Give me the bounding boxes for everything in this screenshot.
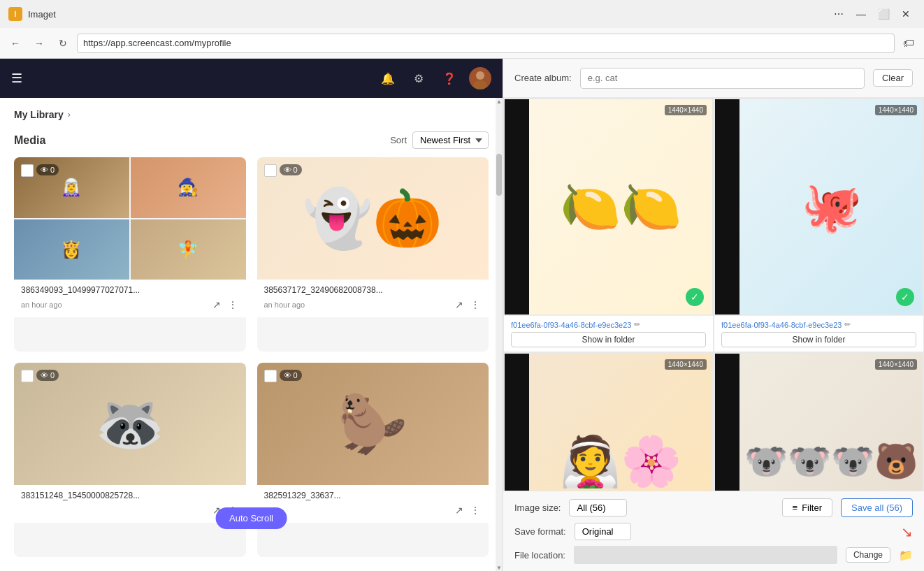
bottom-controls: Image size: All (56) Small Medium Large … bbox=[503, 491, 924, 571]
address-bar: ← → ↻ 🏷 bbox=[0, 28, 924, 59]
card-name: 385637172_32490682008738... bbox=[264, 285, 482, 295]
scroll-track: ▲ ▼ bbox=[496, 98, 503, 571]
title-bar: I Imaget ⋯ — ⬜ ✕ bbox=[0, 0, 924, 28]
image-cell[interactable]: 1440×1440 🐙 ✓ bbox=[714, 99, 923, 315]
image-grid: 1440×1440 🍋🍋 ✓ f01ee6fa-0f93-4a46-8cbf-e… bbox=[503, 98, 924, 491]
hamburger-icon[interactable]: ☰ bbox=[11, 71, 22, 86]
location-row: File location: Change 📁 bbox=[514, 546, 913, 564]
size-select[interactable]: All (56) Small Medium Large bbox=[569, 499, 627, 516]
card-actions: ↗ ⋮ bbox=[211, 298, 239, 312]
avatar[interactable] bbox=[469, 67, 491, 89]
card-footer: 382591329_33637... ↗ ⋮ bbox=[257, 485, 489, 523]
sort-label: Sort bbox=[390, 135, 407, 145]
card-footer: 385637172_32490682008738... an hour ago … bbox=[257, 280, 489, 317]
image-wrapper: 1440×1440 🍋🍋 ✓ f01ee6fa-0f93-4a46-8cbf-e… bbox=[503, 98, 714, 352]
check-overlay: ✓ bbox=[686, 288, 704, 306]
image-cell[interactable]: 1440×1440 👰🌸 ✓ bbox=[504, 353, 713, 491]
card-image: 👻🎃 👁 0 bbox=[257, 157, 489, 280]
help-icon[interactable]: ❓ bbox=[438, 67, 461, 89]
image-wrapper: 1440×1440 🐨🐨🐨🐻 ✓ f01ee6fa-0f93-4a46-8cbf… bbox=[714, 352, 924, 491]
maximize-button[interactable]: ⬜ bbox=[874, 4, 893, 24]
card-views: 👁 0 bbox=[280, 370, 302, 381]
scroll-up-arrow[interactable]: ▲ bbox=[496, 98, 503, 105]
minimize-button[interactable]: — bbox=[851, 4, 871, 24]
more-button[interactable]: ⋮ bbox=[469, 298, 482, 312]
media-card[interactable]: 👻🎃 👁 0 385637172_32490682008738... an ho… bbox=[257, 157, 489, 352]
dimension-badge: 1440×1440 bbox=[875, 105, 917, 115]
card-actions: ↗ ⋮ bbox=[454, 298, 482, 312]
card-checkbox[interactable] bbox=[21, 370, 34, 382]
dark-left-strip bbox=[505, 99, 529, 315]
size-row: Image size: All (56) Small Medium Large … bbox=[514, 498, 913, 517]
media-card[interactable]: 🦝 👁 0 383151248_15450000825728... ↗ ⋮ bbox=[14, 363, 246, 557]
card-art: 🦫 bbox=[257, 363, 489, 485]
edit-icon[interactable]: ✏ bbox=[634, 320, 640, 329]
folder-icon[interactable]: 📁 bbox=[899, 549, 913, 562]
image-cell-inner: 1440×1440 🐨🐨🐨🐻 ✓ bbox=[715, 354, 923, 491]
image-cell[interactable]: 1440×1440 🍋🍋 ✓ bbox=[504, 99, 713, 315]
image-id: f01ee6fa-0f93-4a46-8cbf-e9ec3e23 ✏ bbox=[511, 320, 706, 329]
card-checkbox[interactable] bbox=[21, 164, 34, 177]
image-wrapper: 1440×1440 🐙 ✓ f01ee6fa-0f93-4a46-8cbf-e9… bbox=[714, 98, 924, 352]
back-button[interactable]: ← bbox=[6, 34, 25, 53]
album-input[interactable] bbox=[580, 68, 865, 89]
album-bar: Create album: Clear bbox=[503, 59, 924, 98]
share-button[interactable]: ↗ bbox=[454, 503, 465, 517]
app-title: Imaget bbox=[28, 9, 56, 20]
location-bar bbox=[574, 546, 837, 564]
filter-icon: ≡ bbox=[793, 503, 798, 513]
scroll-thumb[interactable] bbox=[496, 154, 502, 196]
media-title: Media bbox=[14, 134, 45, 147]
mini-art-2: 🧙‍♀️ bbox=[131, 157, 246, 218]
close-button[interactable]: ✕ bbox=[896, 4, 916, 24]
media-card[interactable]: 🦫 👁 0 382591329_33637... ↗ ⋮ bbox=[257, 363, 489, 557]
card-checkbox[interactable] bbox=[264, 370, 277, 382]
image-info: f01ee6fa-0f93-4a46-8cbf-e9ec3e23 ✏ Show … bbox=[504, 315, 713, 352]
card-views: 👁 0 bbox=[36, 164, 59, 175]
left-panel: ☰ 🔔 ⚙ ❓ My Library › Media Sort Newest F… bbox=[0, 59, 503, 571]
change-button[interactable]: Change bbox=[846, 547, 890, 563]
top-nav: ☰ 🔔 ⚙ ❓ bbox=[0, 59, 503, 98]
share-button[interactable]: ↗ bbox=[211, 298, 222, 312]
media-header: Media Sort Newest First Oldest First Nam… bbox=[0, 126, 503, 157]
image-cell[interactable]: 1440×1440 🐨🐨🐨🐻 ✓ bbox=[714, 353, 923, 491]
show-folder-button[interactable]: Show in folder bbox=[721, 332, 916, 347]
bookmark-button[interactable]: 🏷 bbox=[899, 34, 918, 53]
filter-button[interactable]: ≡ Filter bbox=[782, 498, 832, 517]
format-select[interactable]: Original JPG PNG WebP bbox=[575, 523, 631, 540]
share-button[interactable]: ↗ bbox=[454, 298, 465, 312]
image-wrapper: 1440×1440 👰🌸 ✓ f01ee6fa-0f93-4a46-8cbf-e… bbox=[503, 352, 714, 491]
card-checkbox[interactable] bbox=[264, 164, 277, 177]
auto-scroll-button[interactable]: Auto Scroll bbox=[215, 507, 287, 529]
check-overlay: ✓ bbox=[896, 288, 914, 306]
image-cell-inner: 1440×1440 🐙 ✓ bbox=[715, 99, 923, 315]
forward-button[interactable]: → bbox=[29, 34, 49, 53]
breadcrumb-link[interactable]: My Library bbox=[14, 109, 64, 120]
card-name: 382591329_33637... bbox=[264, 491, 482, 500]
more-button[interactable]: ⋮ bbox=[469, 503, 482, 517]
gear-icon[interactable]: ⚙ bbox=[407, 67, 430, 89]
more-button[interactable]: ⋮ bbox=[226, 298, 239, 312]
mini-art-3: 👸 bbox=[14, 219, 129, 280]
card-image: 🦝 👁 0 bbox=[14, 363, 246, 485]
scroll-down-arrow[interactable]: ▼ bbox=[496, 564, 503, 571]
edit-icon[interactable]: ✏ bbox=[844, 320, 851, 329]
refresh-button[interactable]: ↻ bbox=[53, 34, 73, 53]
address-input[interactable] bbox=[77, 34, 895, 53]
svg-point-1 bbox=[473, 80, 487, 89]
media-card[interactable]: 🧝‍♀️ 🧙‍♀️ 👸 🧚 👁 0 386349093_104999770270… bbox=[14, 157, 246, 352]
save-all-button[interactable]: Save all (56) bbox=[841, 498, 913, 517]
artwork-bears: 🐨🐨🐨🐻 bbox=[739, 354, 923, 491]
show-folder-button[interactable]: Show in folder bbox=[511, 332, 706, 347]
card-views: 👁 0 bbox=[280, 164, 302, 175]
image-cell-inner: 1440×1440 👰🌸 ✓ bbox=[505, 354, 712, 491]
menu-button[interactable]: ⋯ bbox=[829, 4, 849, 24]
card-time: an hour ago bbox=[21, 301, 62, 309]
card-meta: ↗ ⋮ bbox=[264, 503, 482, 517]
card-name: 386349093_10499977027071... bbox=[21, 285, 239, 295]
clear-button[interactable]: Clear bbox=[873, 69, 913, 87]
card-art: 👻🎃 bbox=[257, 157, 489, 280]
sort-select[interactable]: Newest First Oldest First Name A-Z Name … bbox=[412, 131, 489, 149]
bell-icon[interactable]: 🔔 bbox=[377, 67, 399, 89]
dimension-badge: 1440×1440 bbox=[875, 359, 917, 370]
